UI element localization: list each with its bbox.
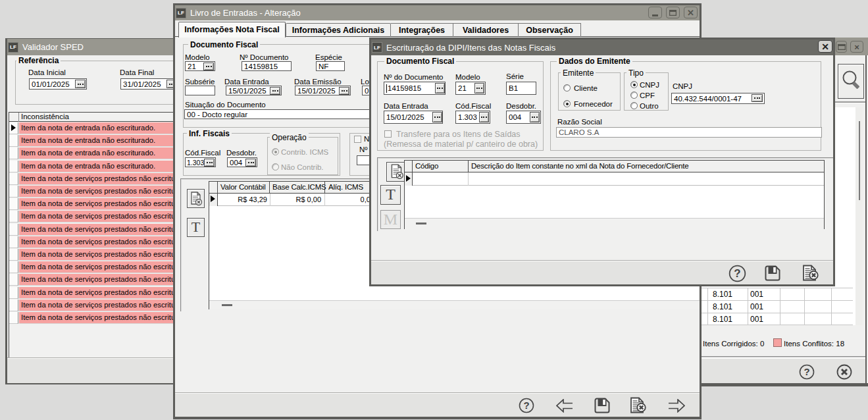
svg-text:?: ?: [804, 366, 809, 377]
svg-text:?: ?: [523, 400, 529, 411]
svg-text:?: ?: [734, 267, 740, 280]
